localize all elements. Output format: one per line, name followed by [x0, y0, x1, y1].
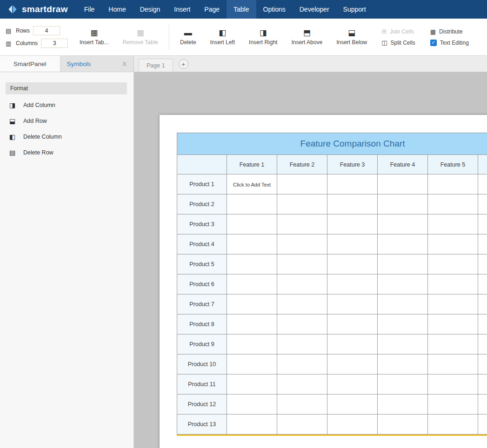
menu-insert[interactable]: Insert [167, 0, 197, 19]
column-header[interactable]: Feature 2 [277, 155, 327, 174]
distribute-button[interactable]: ▦ Distribute [430, 28, 469, 35]
row-label[interactable]: Product 13 [177, 415, 227, 435]
column-header[interactable]: Feature 5 [428, 155, 478, 174]
table-cell[interactable] [327, 395, 378, 415]
sidebar-item-add-column[interactable]: ◨Add Column [0, 97, 133, 113]
table-cell[interactable] [378, 174, 428, 194]
row-label[interactable]: Product 6 [177, 274, 227, 294]
table-cell[interactable] [327, 415, 378, 435]
table-cell[interactable] [227, 194, 277, 214]
table-cell[interactable] [327, 294, 378, 314]
menu-home[interactable]: Home [101, 0, 133, 19]
table-cell[interactable] [378, 415, 428, 435]
row-label[interactable]: Product 8 [177, 314, 227, 334]
table-cell[interactable] [277, 294, 327, 314]
column-header[interactable]: Feature 3 [327, 155, 378, 174]
text-editing-checkbox[interactable]: ✓ [430, 40, 437, 46]
menu-table[interactable]: Table [227, 0, 256, 19]
table-cell[interactable] [277, 374, 327, 395]
table-cell[interactable] [378, 374, 428, 395]
column-header[interactable]: Feature 1 [227, 155, 277, 174]
table-cell[interactable] [378, 354, 428, 374]
table-cell[interactable] [478, 274, 487, 294]
row-label[interactable]: Product 7 [177, 294, 227, 314]
table-cell[interactable] [428, 254, 478, 274]
join-cells-button[interactable]: ⊞ Join Cells [381, 28, 415, 35]
table-cell[interactable] [227, 354, 277, 374]
table-cell[interactable] [327, 214, 378, 234]
tab-smartpanel[interactable]: SmartPanel [0, 56, 60, 72]
table-cell[interactable] [327, 274, 378, 294]
menu-support[interactable]: Support [336, 0, 373, 19]
sidebar-item-add-row[interactable]: ⬓Add Row [0, 113, 133, 129]
feature-table[interactable]: Feature Comparison Chart Feature 1Featur… [177, 133, 487, 435]
close-icon[interactable]: X [122, 60, 127, 67]
remove-table-button[interactable]: ▦ Remove Table [115, 19, 165, 55]
table-cell[interactable] [478, 234, 487, 254]
row-label[interactable]: Product 11 [177, 374, 227, 395]
table-cell[interactable] [428, 234, 478, 254]
table-cell[interactable] [428, 334, 478, 354]
table-cell[interactable] [378, 194, 428, 214]
insert-table-button[interactable]: ▦ Insert Tab... [73, 19, 115, 55]
table-cell[interactable] [428, 174, 478, 194]
table-cell[interactable] [428, 415, 478, 435]
table-cell[interactable] [327, 314, 378, 334]
insert-left-button[interactable]: ◧ Insert Left [203, 19, 242, 55]
table-cell[interactable] [428, 314, 478, 334]
table-cell[interactable] [428, 214, 478, 234]
table-cell[interactable] [327, 374, 378, 395]
table-cell[interactable] [478, 214, 487, 234]
table-cell[interactable] [478, 415, 487, 435]
menu-page[interactable]: Page [197, 0, 227, 19]
table-cell[interactable] [428, 395, 478, 415]
table-cell[interactable] [327, 254, 378, 274]
table-cell[interactable] [227, 214, 277, 234]
table-cell[interactable] [378, 214, 428, 234]
table-cell[interactable] [227, 254, 277, 274]
row-label[interactable]: Product 2 [177, 194, 227, 214]
table-cell[interactable] [428, 374, 478, 395]
table-cell[interactable] [227, 395, 277, 415]
insert-right-button[interactable]: ◨ Insert Right [242, 19, 284, 55]
delete-button[interactable]: ▬ Delete [173, 19, 203, 55]
row-label[interactable]: Product 3 [177, 214, 227, 234]
table-cell[interactable] [428, 354, 478, 374]
table-cell[interactable] [378, 234, 428, 254]
row-label[interactable]: Product 5 [177, 254, 227, 274]
table-cell[interactable] [327, 194, 378, 214]
document-page[interactable]: Feature Comparison Chart Feature 1Featur… [160, 115, 487, 448]
table-cell[interactable] [478, 314, 487, 334]
table-cell[interactable] [277, 214, 327, 234]
table-cell[interactable] [227, 374, 277, 395]
text-editing-toggle[interactable]: ✓ Text Editing [430, 40, 469, 46]
table-cell[interactable] [277, 334, 327, 354]
tab-symbols[interactable]: Symbols X [60, 56, 134, 72]
table-cell[interactable] [428, 274, 478, 294]
table-cell[interactable] [478, 334, 487, 354]
row-label[interactable]: Product 10 [177, 354, 227, 374]
tab-page-1[interactable]: Page 1 [139, 59, 173, 72]
insert-above-button[interactable]: ⬒ Insert Above [284, 19, 329, 55]
table-cell[interactable] [478, 354, 487, 374]
table-cell[interactable] [478, 174, 487, 194]
table-cell[interactable] [378, 254, 428, 274]
row-label[interactable]: Product 9 [177, 334, 227, 354]
table-cell[interactable] [327, 234, 378, 254]
split-cells-button[interactable]: ◫ Split Cells [381, 39, 415, 46]
table-cell[interactable] [478, 294, 487, 314]
add-page-icon[interactable]: + [179, 59, 188, 69]
table-cell[interactable] [277, 314, 327, 334]
table-cell[interactable] [378, 294, 428, 314]
menu-developer[interactable]: Developer [293, 0, 336, 19]
table-cell[interactable] [478, 194, 487, 214]
menu-options[interactable]: Options [256, 0, 293, 19]
table-cell[interactable] [227, 415, 277, 435]
table-cell[interactable] [478, 254, 487, 274]
table-cell[interactable] [227, 334, 277, 354]
rows-input[interactable] [33, 26, 60, 35]
menu-file[interactable]: File [77, 0, 102, 19]
row-label[interactable]: Product 12 [177, 395, 227, 415]
table-corner-cell[interactable] [177, 155, 227, 174]
columns-input[interactable] [41, 39, 68, 48]
